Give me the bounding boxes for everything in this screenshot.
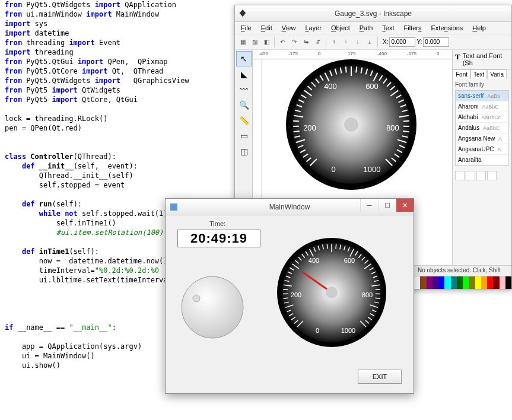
exit-button[interactable]: EXIT [358, 370, 402, 384]
svg-line-113 [376, 289, 380, 290]
menu-extensions[interactable]: Extensions [428, 23, 467, 33]
menu-help[interactable]: Help [469, 23, 489, 33]
coord-x-input[interactable] [389, 37, 415, 47]
svg-text:400: 400 [324, 82, 337, 91]
measure-tool-icon[interactable]: 📏 [236, 113, 252, 128]
mainwindow-titlebar[interactable]: MainWindow ─ ☐ ✕ [166, 199, 414, 215]
tab-variants[interactable]: Varia [487, 69, 507, 79]
selector-tool-icon[interactable]: ↖ [236, 51, 252, 66]
color-swatches[interactable] [414, 276, 511, 289]
inkscape-toolbar: ▦ ▨ ◧ ↶ ↷ ⇋ ⇵ ⫯ ↑ ↓ ⫰ X: Y: [235, 34, 511, 50]
menu-text[interactable]: Text [379, 23, 397, 33]
svg-line-50 [403, 121, 409, 122]
swatch[interactable] [414, 276, 420, 289]
tweak-tool-icon[interactable]: 〰 [236, 82, 252, 97]
swatch[interactable] [420, 276, 426, 289]
close-button[interactable]: ✕ [396, 199, 414, 212]
coord-y-label: Y: [416, 39, 422, 45]
svg-text:200: 200 [291, 291, 301, 298]
svg-line-79 [284, 298, 288, 298]
coord-x-label: X: [383, 39, 388, 45]
svg-point-61 [182, 276, 243, 338]
swatch[interactable] [451, 276, 457, 289]
menu-file[interactable]: File [237, 23, 255, 33]
svg-text:1000: 1000 [364, 165, 381, 174]
raise-icon[interactable]: ↑ [341, 37, 351, 47]
tab-font[interactable]: Font [453, 69, 470, 79]
menu-edit[interactable]: Edit [257, 23, 276, 33]
rotate-cw-icon[interactable]: ↷ [289, 37, 300, 47]
maximize-button[interactable]: ☐ [378, 199, 396, 212]
svg-text:600: 600 [365, 82, 379, 91]
rotate-ccw-icon[interactable]: ↶ [277, 37, 288, 47]
align-left-icon[interactable] [455, 171, 465, 180]
text-align-row [453, 168, 511, 183]
menu-object[interactable]: Object [327, 23, 354, 33]
select-layer-icon[interactable]: ▨ [249, 37, 260, 47]
font-option[interactable]: Aharoni AaBbC [456, 101, 508, 112]
swatch[interactable] [487, 276, 493, 289]
align-justify-icon[interactable] [487, 171, 497, 180]
flip-h-icon[interactable]: ⇋ [301, 37, 311, 47]
svg-line-115 [375, 298, 380, 298]
swatch[interactable] [457, 276, 463, 289]
font-option[interactable]: AngsanaUPC A [456, 144, 508, 155]
swatch[interactable] [493, 276, 499, 289]
font-option[interactable]: Aldhabi AaBbCc [456, 112, 508, 123]
swatch[interactable] [475, 276, 481, 289]
swatch[interactable] [433, 276, 438, 289]
swatch[interactable] [481, 276, 487, 289]
fontfam-label: Font family [455, 81, 509, 88]
text-font-panel: T Text and Font (Sh Font Text Varia Font… [452, 50, 511, 268]
node-tool-icon[interactable]: ◣ [236, 66, 252, 82]
zoom-tool-icon[interactable]: 🔍 [236, 97, 252, 113]
swatch[interactable] [505, 276, 511, 289]
rect-tool-icon[interactable]: ▭ [236, 128, 252, 144]
time-label: Time: [209, 220, 225, 227]
font-option[interactable]: Angsana New A [456, 133, 508, 144]
panel-title: Text and Font (Sh [463, 52, 509, 66]
minimize-button[interactable]: ─ [360, 199, 378, 212]
app-icon [170, 203, 177, 211]
knob-dial[interactable] [180, 275, 245, 340]
svg-line-96 [327, 244, 327, 249]
font-option[interactable]: sans-serif AaBb [456, 91, 508, 101]
svg-text:400: 400 [309, 257, 319, 264]
font-option[interactable]: Anaraiita [456, 155, 508, 166]
align-right-icon[interactable] [476, 171, 486, 180]
svg-line-35 [356, 66, 357, 72]
deselect-icon[interactable]: ◧ [261, 37, 272, 47]
svg-line-18 [293, 121, 299, 122]
menu-filters[interactable]: Filters [400, 23, 425, 33]
lower-icon[interactable]: ↓ [352, 37, 363, 47]
coord-y-input[interactable] [423, 37, 449, 47]
swatch[interactable] [438, 276, 444, 289]
align-center-icon[interactable] [466, 171, 475, 180]
inkscape-title: Gauge_3.svg - Inkscape [335, 9, 412, 18]
font-list[interactable]: sans-serif AaBbAharoni AaBbCAldhabi AaBb… [455, 90, 509, 166]
3dbox-tool-icon[interactable]: ◫ [236, 144, 252, 159]
font-option[interactable]: Andalus AaBbC [456, 123, 508, 133]
inkscape-titlebar[interactable]: Gauge_3.svg - Inkscape [235, 5, 511, 22]
menu-view[interactable]: View [278, 23, 300, 33]
lower-bottom-icon[interactable]: ⫰ [364, 37, 375, 47]
swatch[interactable] [500, 276, 505, 289]
tab-text[interactable]: Text [470, 69, 487, 79]
time-display: 20:49:19 [177, 230, 260, 247]
select-all-icon[interactable]: ▦ [237, 37, 248, 47]
inkscape-menubar: File Edit View Layer Object Path Text Fi… [235, 22, 511, 34]
swatch[interactable] [444, 276, 450, 289]
raise-top-icon[interactable]: ⫯ [329, 37, 339, 47]
swatch[interactable] [469, 276, 475, 289]
swatch[interactable] [463, 276, 469, 289]
menu-path[interactable]: Path [356, 23, 377, 33]
font-tabs: Font Text Varia [453, 69, 511, 79]
svg-line-52 [403, 131, 409, 132]
svg-line-98 [336, 244, 336, 249]
menu-layer[interactable]: Layer [301, 23, 325, 33]
svg-text:200: 200 [303, 123, 316, 132]
flip-v-icon[interactable]: ⇵ [313, 37, 323, 47]
svg-point-62 [193, 295, 200, 302]
svg-text:800: 800 [386, 123, 399, 132]
swatch[interactable] [427, 276, 433, 289]
